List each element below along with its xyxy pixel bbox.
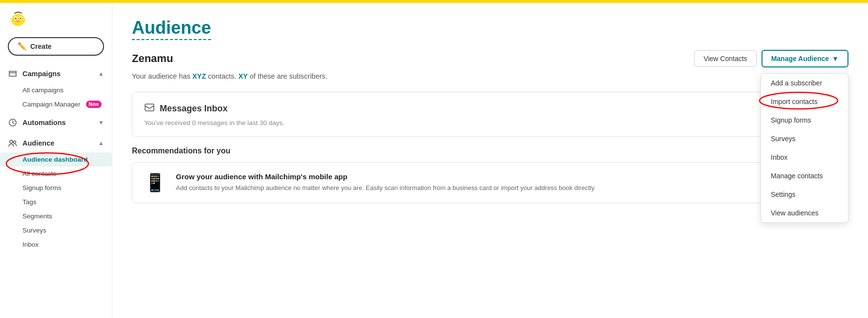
svg-point-6	[11, 18, 14, 22]
view-contacts-button[interactable]: View Contacts	[694, 50, 756, 67]
sidebar-item-all-campaigns[interactable]: All campaigns	[0, 83, 112, 97]
sidebar-item-inbox[interactable]: Inbox	[0, 237, 112, 252]
audience-icon	[8, 138, 18, 148]
campaigns-chevron-icon: ▲	[98, 70, 104, 77]
messages-icon	[144, 102, 155, 115]
svg-point-10	[14, 141, 16, 144]
sidebar-item-tags[interactable]: Tags	[0, 195, 112, 209]
manage-audience-button[interactable]: Manage Audience ▼	[762, 50, 848, 67]
dropdown-item-signup-forms[interactable]: Signup forms	[761, 111, 848, 129]
dropdown-item-surveys[interactable]: Surveys	[761, 129, 848, 148]
messages-inbox-desc: You've received 0 messages in the last 3…	[144, 119, 836, 127]
audience-subtitle: Your audience has XYZ contacts. XY of th…	[132, 72, 848, 80]
mobile-app-icon: 📱	[144, 172, 166, 193]
header-actions: View Contacts Manage Audience ▼ Add a su…	[694, 50, 848, 67]
logo-area	[0, 3, 112, 35]
audience-nav-header[interactable]: Audience ▲	[0, 134, 112, 152]
svg-point-9	[10, 140, 13, 143]
automations-nav-section: Automations ▼	[0, 113, 112, 132]
manage-audience-chevron-icon: ▼	[832, 55, 839, 63]
svg-point-3	[15, 18, 17, 19]
page-title: Audience	[132, 18, 211, 40]
svg-point-5	[16, 20, 20, 22]
main-content: Audience Zenamu View Contacts Manage Aud…	[112, 3, 868, 318]
automations-chevron-icon: ▼	[98, 119, 104, 126]
manage-audience-wrapper: Manage Audience ▼ Add a subscriber Impor…	[762, 50, 848, 67]
audience-chevron-icon: ▲	[98, 140, 104, 147]
mailchimp-logo-icon	[9, 10, 27, 28]
messages-inbox-title: Messages Inbox	[144, 102, 836, 115]
sidebar-item-all-contacts[interactable]: All contacts	[0, 167, 112, 181]
manage-audience-dropdown: Add a subscriber Import contacts Signup …	[761, 73, 848, 223]
svg-point-12	[760, 92, 838, 109]
dropdown-item-import-contacts[interactable]: Import contacts	[761, 92, 848, 111]
sidebar: ✏️ Create Campaigns ▲ All campaigns Camp…	[0, 3, 112, 318]
campaigns-icon	[8, 69, 18, 79]
automations-icon	[8, 118, 18, 127]
dropdown-item-manage-contacts[interactable]: Manage contacts	[761, 167, 848, 185]
dropdown-item-view-audiences[interactable]: View audiences	[761, 204, 848, 222]
svg-rect-13	[145, 104, 154, 111]
sidebar-item-audience-dashboard[interactable]: Audience dashboard	[0, 152, 112, 167]
new-badge: New	[86, 101, 102, 108]
rec-desc: Add contacts to your Mailchimp audience …	[176, 183, 795, 193]
svg-point-4	[20, 18, 21, 19]
sidebar-item-segments[interactable]: Segments	[0, 209, 112, 223]
automations-nav-header[interactable]: Automations ▼	[0, 113, 112, 132]
audience-header: Zenamu View Contacts Manage Audience ▼ A…	[132, 50, 848, 67]
dropdown-item-inbox[interactable]: Inbox	[761, 148, 848, 167]
audience-name: Zenamu	[132, 52, 173, 65]
recommendation-card: 📱 Grow your audience with Mailchimp's mo…	[132, 162, 848, 203]
messages-inbox-card: Messages Inbox You've received 0 message…	[132, 92, 848, 137]
sidebar-item-signup-forms[interactable]: Signup forms	[0, 181, 112, 195]
campaigns-nav-section: Campaigns ▲ All campaigns Campaign Manag…	[0, 64, 112, 111]
sidebar-item-campaign-manager[interactable]: Campaign Manager New	[0, 97, 112, 111]
campaigns-nav-header[interactable]: Campaigns ▲	[0, 64, 112, 83]
create-button[interactable]: ✏️ Create	[8, 37, 104, 56]
import-contacts-circle-annotation	[756, 90, 842, 111]
recommendations-title: Recommendations for you	[132, 147, 848, 155]
rec-title: Grow your audience with Mailchimp's mobi…	[176, 172, 795, 181]
sidebar-item-surveys[interactable]: Surveys	[0, 223, 112, 237]
dropdown-item-add-subscriber[interactable]: Add a subscriber	[761, 74, 848, 92]
audience-nav-section: Audience ▲ Audience dashboard All contac…	[0, 134, 112, 252]
svg-point-7	[22, 18, 25, 22]
pencil-icon: ✏️	[18, 42, 27, 51]
dropdown-item-settings[interactable]: Settings	[761, 185, 848, 204]
